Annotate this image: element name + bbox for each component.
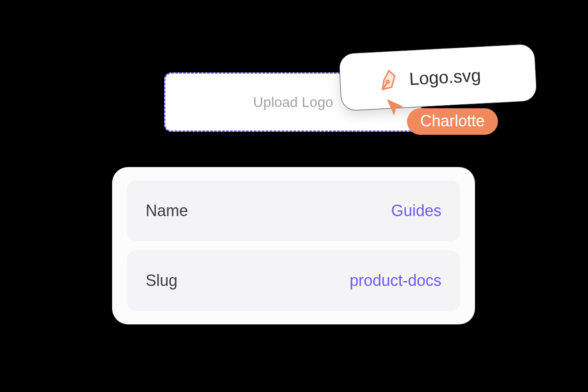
pen-nib-icon [378,68,401,91]
file-drag-card[interactable]: Logo.svg [339,43,537,111]
field-row-slug[interactable]: Slug product-docs [127,250,460,311]
upload-placeholder: Upload Logo [253,94,333,110]
field-value: Guides [391,202,441,220]
file-name: Logo.svg [409,65,481,88]
settings-card: Name Guides Slug product-docs [112,167,475,324]
field-label: Slug [146,271,177,290]
cursor-icon [384,96,406,118]
field-label: Name [146,202,188,220]
field-value: product-docs [350,271,441,290]
presence-username: Charlotte [420,112,485,130]
presence-badge: Charlotte [407,108,498,135]
field-row-name[interactable]: Name Guides [127,180,460,241]
